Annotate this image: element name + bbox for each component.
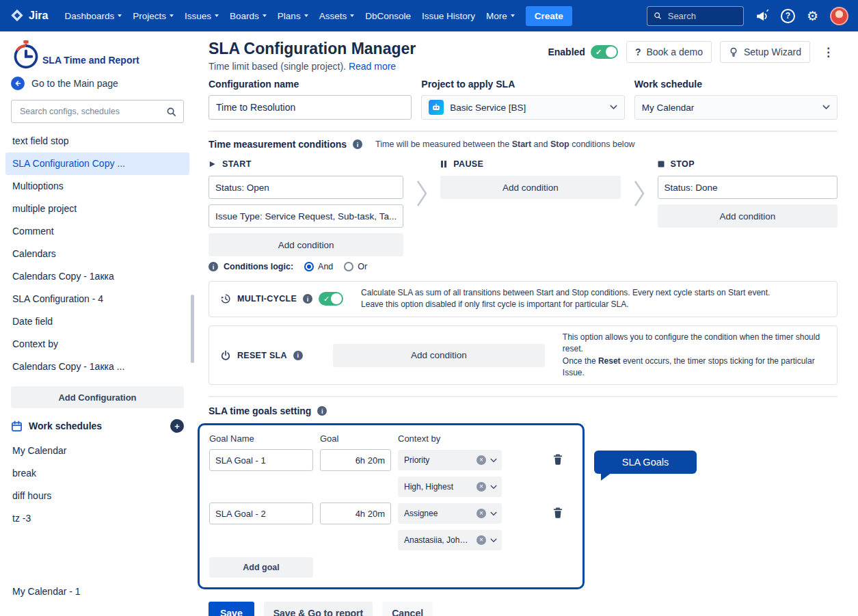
info-icon[interactable]: i bbox=[317, 406, 327, 416]
settings-icon[interactable]: ⚙ bbox=[807, 10, 818, 23]
create-button[interactable]: Create bbox=[526, 6, 572, 26]
select-value: Priority bbox=[404, 455, 472, 465]
schedule-item[interactable]: break bbox=[5, 462, 189, 485]
footer-actions: Save Save & Go to report Cancel bbox=[209, 602, 837, 616]
goal-value-input[interactable] bbox=[320, 449, 391, 471]
info-icon[interactable]: i bbox=[353, 139, 362, 149]
context-values-select[interactable]: High, Highest × bbox=[398, 477, 502, 497]
global-search[interactable] bbox=[647, 6, 744, 26]
config-item[interactable]: text field stop bbox=[5, 130, 189, 152]
start-add-condition-button[interactable]: Add condition bbox=[209, 233, 403, 256]
config-item[interactable]: Multioptions bbox=[5, 175, 189, 198]
app-logo-icon bbox=[11, 40, 41, 70]
clear-icon[interactable]: × bbox=[477, 535, 486, 545]
context-field-select[interactable]: Priority × bbox=[398, 450, 502, 470]
nav-item-assets[interactable]: Assets bbox=[314, 7, 360, 25]
radio-or[interactable] bbox=[344, 262, 353, 271]
chevron-down-icon bbox=[610, 105, 617, 110]
add-schedule-button[interactable]: + bbox=[170, 419, 184, 433]
jira-home-link[interactable]: Jira bbox=[10, 8, 48, 23]
schedule-item[interactable]: My Calendar bbox=[5, 440, 189, 462]
search-icon bbox=[166, 107, 176, 117]
goal-value-input[interactable] bbox=[320, 503, 391, 524]
config-item[interactable]: Context by bbox=[5, 333, 189, 356]
stop-condition[interactable]: Status: Done bbox=[658, 176, 837, 199]
setup-wizard-button[interactable]: Setup Wizard bbox=[720, 41, 810, 63]
schedule-item[interactable]: tz -3 bbox=[5, 507, 189, 530]
enabled-toggle[interactable]: ✓ bbox=[591, 45, 618, 59]
hint-text-bold: Start bbox=[512, 139, 531, 149]
work-schedules-title: Work schedules bbox=[29, 420, 164, 431]
goal-name-input[interactable] bbox=[209, 503, 313, 524]
start-condition[interactable]: Issue Type: Service Request, Sub-task, T… bbox=[209, 204, 403, 228]
cancel-button[interactable]: Cancel bbox=[382, 602, 433, 616]
config-item[interactable]: multiple project bbox=[5, 198, 189, 220]
save-button[interactable]: Save bbox=[209, 602, 254, 616]
nav-item-dashboards[interactable]: Dashboards bbox=[59, 7, 127, 25]
nav-item-issue-history[interactable]: Issue History bbox=[416, 7, 481, 25]
arrow-left-icon bbox=[11, 77, 25, 90]
work-schedule-select[interactable]: My Calendar bbox=[634, 95, 837, 120]
schedule-item[interactable]: diff hours bbox=[5, 485, 189, 507]
config-item[interactable]: Calendars Copy - 1акка ... bbox=[5, 356, 189, 378]
sidebar-scrollbar[interactable] bbox=[191, 295, 194, 363]
config-name-input[interactable] bbox=[209, 95, 412, 120]
trash-icon bbox=[552, 453, 563, 466]
stop-add-condition-button[interactable]: Add condition bbox=[658, 204, 837, 228]
sidebar-search[interactable] bbox=[11, 100, 184, 123]
help-icon[interactable]: ? bbox=[781, 9, 795, 23]
read-more-link[interactable]: Read more bbox=[349, 61, 396, 72]
multi-cycle-desc-line1: Calculate SLA as sum of all transitions … bbox=[361, 287, 770, 299]
global-search-input[interactable] bbox=[667, 10, 737, 22]
chevron-down-icon bbox=[263, 14, 267, 17]
stop-column: STOP Status: Done Add condition bbox=[658, 157, 837, 256]
info-icon[interactable]: i bbox=[293, 351, 303, 360]
toggle-knob bbox=[606, 46, 617, 57]
schedule-item[interactable]: My Calendar - 1 bbox=[5, 580, 189, 603]
delete-goal-button[interactable] bbox=[547, 503, 569, 524]
main-content: SLA Configuration Manager Time limit bas… bbox=[195, 31, 858, 616]
logic-or-option[interactable]: Or bbox=[344, 262, 367, 271]
radio-and[interactable] bbox=[304, 262, 314, 271]
config-item-selected[interactable]: SLA Configuration Copy ... bbox=[5, 152, 189, 175]
config-item[interactable]: Calendars Copy - 1акка bbox=[5, 265, 189, 288]
book-demo-button[interactable]: ? Book a demo bbox=[626, 41, 712, 63]
back-to-main-button[interactable]: Go to the Main page bbox=[11, 77, 184, 90]
context-values-select[interactable]: Anastasiia, John Smit... × bbox=[398, 530, 502, 550]
time-measurement-hint: Time will be measured between the Start … bbox=[375, 139, 635, 149]
context-field-select[interactable]: Assignee × bbox=[398, 503, 502, 524]
info-icon[interactable]: i bbox=[303, 294, 312, 304]
multi-cycle-toggle[interactable]: ✓ bbox=[319, 292, 343, 306]
add-configuration-button[interactable]: Add Configuration bbox=[11, 386, 184, 408]
hint-text: and bbox=[531, 139, 550, 149]
config-item[interactable]: Comment bbox=[5, 220, 189, 243]
reset-add-condition-button[interactable]: Add condition bbox=[333, 344, 545, 367]
info-icon[interactable]: i bbox=[209, 262, 218, 271]
nav-item-issues[interactable]: Issues bbox=[179, 7, 224, 25]
nav-item-plans[interactable]: Plans bbox=[272, 7, 314, 25]
nav-item-boards[interactable]: Boards bbox=[224, 7, 272, 25]
nav-item-more[interactable]: More bbox=[481, 7, 520, 25]
user-avatar[interactable] bbox=[830, 7, 848, 25]
project-select[interactable]: Basic Service [BS] bbox=[421, 95, 624, 120]
logic-and-option[interactable]: And bbox=[304, 262, 333, 271]
config-item[interactable]: Date field bbox=[5, 310, 189, 333]
config-item[interactable]: SLA Configuration - 4 bbox=[5, 288, 189, 310]
history-icon bbox=[220, 293, 231, 304]
start-condition[interactable]: Status: Open bbox=[209, 176, 403, 199]
config-item[interactable]: Calendars bbox=[5, 243, 189, 265]
nav-item-projects[interactable]: Projects bbox=[127, 7, 179, 25]
clear-icon[interactable]: × bbox=[477, 455, 486, 465]
delete-goal-button[interactable] bbox=[547, 449, 569, 471]
app-name: SLA Time and Report bbox=[42, 55, 139, 70]
sidebar-search-input[interactable] bbox=[18, 106, 161, 117]
clear-icon[interactable]: × bbox=[477, 482, 486, 492]
more-options-button[interactable]: ⋮ bbox=[818, 42, 837, 62]
goal-name-input[interactable] bbox=[209, 449, 313, 471]
add-goal-button[interactable]: Add goal bbox=[209, 557, 313, 578]
announcements-icon[interactable] bbox=[755, 9, 769, 23]
nav-item-dbconsole[interactable]: DbConsole bbox=[360, 7, 416, 25]
pause-add-condition-button[interactable]: Add condition bbox=[440, 176, 620, 199]
clear-icon[interactable]: × bbox=[477, 509, 486, 518]
save-go-report-button[interactable]: Save & Go to report bbox=[264, 602, 373, 616]
